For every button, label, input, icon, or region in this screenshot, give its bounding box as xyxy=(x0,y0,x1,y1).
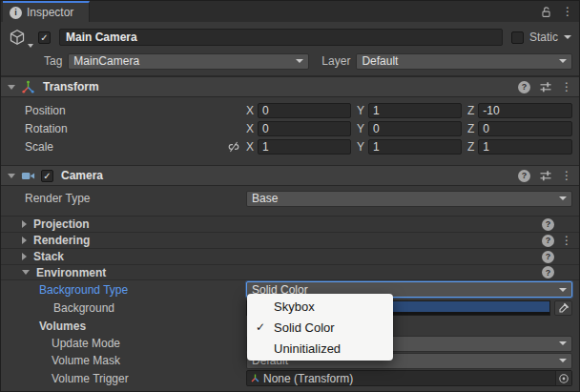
transform-title: Transform xyxy=(43,80,99,93)
presets-icon[interactable] xyxy=(539,169,552,182)
dropdown-arrow-icon xyxy=(559,196,567,200)
help-icon[interactable] xyxy=(518,170,530,182)
foldout-closed-icon[interactable] xyxy=(22,220,27,228)
help-icon[interactable] xyxy=(542,218,554,231)
foldout-open-icon[interactable] xyxy=(8,85,15,90)
object-picker-button[interactable] xyxy=(555,371,571,385)
position-y-field[interactable]: 1 xyxy=(368,103,462,118)
transform-icon xyxy=(250,373,260,383)
kebab-menu-icon[interactable] xyxy=(562,6,571,17)
rotation-z-field[interactable]: 0 xyxy=(478,121,572,136)
transform-header[interactable]: Transform xyxy=(1,76,579,97)
position-z-field[interactable]: -10 xyxy=(478,103,572,118)
volume-mask-label: Volume Mask xyxy=(25,354,246,367)
transform-icon xyxy=(21,80,35,94)
constrain-proportions-icon[interactable] xyxy=(227,140,240,154)
foldout-projection[interactable]: Projection xyxy=(1,216,579,232)
kebab-menu-icon[interactable] xyxy=(561,235,570,246)
scale-y-field[interactable]: 1 xyxy=(368,139,462,155)
kebab-menu-icon[interactable] xyxy=(561,170,570,181)
gameobject-icon[interactable] xyxy=(9,28,31,47)
inspector-window: Inspector Main Camera xyxy=(0,0,580,392)
dropdown-arrow-icon xyxy=(559,59,567,63)
layer-dropdown[interactable]: Default xyxy=(356,53,572,70)
object-picker-icon xyxy=(558,373,570,384)
render-type-label: Render Type xyxy=(25,192,246,205)
foldout-closed-icon[interactable] xyxy=(22,237,27,244)
volume-trigger-value: None (Transform) xyxy=(263,372,353,385)
camera-title: Camera xyxy=(61,169,103,182)
layer-label: Layer xyxy=(321,54,350,68)
volume-trigger-object-field[interactable]: None (Transform) xyxy=(246,370,572,386)
presets-icon[interactable] xyxy=(539,80,552,93)
render-type-value: Base xyxy=(252,192,278,205)
dropdown-arrow-icon xyxy=(296,59,303,63)
kebab-menu-icon[interactable] xyxy=(561,81,570,93)
camera-header[interactable]: Camera xyxy=(1,165,579,186)
static-label: Static xyxy=(529,31,558,44)
foldout-open-icon[interactable] xyxy=(22,270,30,275)
layer-value: Default xyxy=(362,54,398,68)
menu-item-solid-color[interactable]: ✓ Solid Color xyxy=(247,317,393,338)
gameobject-name-field[interactable]: Main Camera xyxy=(59,29,503,46)
stack-label: Stack xyxy=(33,250,64,263)
help-icon[interactable] xyxy=(542,235,554,247)
gameobject-options-arrow-icon[interactable] xyxy=(28,44,33,48)
foldout-environment[interactable]: Environment xyxy=(1,264,579,280)
projection-label: Projection xyxy=(33,217,90,231)
foldout-open-icon[interactable] xyxy=(8,174,15,178)
static-checkbox[interactable] xyxy=(511,31,524,44)
eyedropper-button[interactable] xyxy=(554,300,572,316)
scale-x-field[interactable]: 1 xyxy=(258,139,351,155)
dropdown-arrow-icon xyxy=(559,359,567,362)
tab-bar: Inspector xyxy=(1,1,579,22)
position-x-field[interactable]: 0 xyxy=(258,103,351,118)
help-icon[interactable] xyxy=(518,81,530,93)
menu-item-label: Uninitialized xyxy=(274,341,341,356)
axis-z-label: Z xyxy=(467,140,474,154)
scale-label: Scale xyxy=(25,140,227,154)
update-mode-label: Update Mode xyxy=(25,337,246,350)
axis-z-label: Z xyxy=(467,104,474,117)
axis-x-label: X xyxy=(246,104,254,117)
background-type-menu: Skybox ✓ Solid Color Uninitialized xyxy=(247,294,393,361)
gameobject-active-checkbox[interactable] xyxy=(38,31,51,44)
menu-item-skybox[interactable]: Skybox xyxy=(247,296,393,317)
axis-z-label: Z xyxy=(467,122,474,135)
position-label: Position xyxy=(25,104,227,117)
rotation-row: Rotation X 0 Y 0 Z 0 xyxy=(25,119,572,137)
render-type-dropdown[interactable]: Base xyxy=(246,191,572,207)
foldout-closed-icon[interactable] xyxy=(22,253,27,260)
foldout-stack[interactable]: Stack xyxy=(1,248,579,264)
menu-item-uninitialized[interactable]: Uninitialized xyxy=(247,338,393,359)
gameobject-header: Main Camera Static Tag MainCamera Layer … xyxy=(1,22,579,76)
position-row: Position X 0 Y 1 Z -10 xyxy=(25,101,572,119)
help-icon[interactable] xyxy=(542,266,554,279)
lock-icon[interactable] xyxy=(540,6,552,18)
axis-x-label: X xyxy=(246,122,254,135)
volumes-label: Volumes xyxy=(25,320,246,333)
axis-y-label: Y xyxy=(357,122,364,135)
static-dropdown-arrow-icon[interactable] xyxy=(564,35,571,39)
rendering-label: Rendering xyxy=(33,234,90,247)
eyedropper-icon xyxy=(558,302,570,314)
foldout-rendering[interactable]: Rendering xyxy=(1,232,579,248)
axis-x-label: X xyxy=(246,140,254,154)
tab-inspector[interactable]: Inspector xyxy=(3,1,90,22)
scale-z-field[interactable]: 1 xyxy=(478,139,572,155)
rotation-x-field[interactable]: 0 xyxy=(258,121,351,136)
rotation-y-field[interactable]: 0 xyxy=(368,121,462,136)
camera-enabled-checkbox[interactable] xyxy=(41,170,53,182)
menu-check-icon: ✓ xyxy=(247,320,274,334)
dropdown-arrow-icon xyxy=(559,288,567,292)
environment-label: Environment xyxy=(36,266,106,279)
transform-body: Position X 0 Y 1 Z -10 Rotation X 0 Y 0 … xyxy=(1,97,579,159)
help-icon[interactable] xyxy=(542,251,554,263)
axis-y-label: Y xyxy=(357,140,364,154)
info-icon xyxy=(10,7,22,19)
scale-row: Scale X 1 Y 1 Z 1 xyxy=(25,137,572,155)
menu-item-label: Solid Color xyxy=(274,320,335,335)
tag-dropdown[interactable]: MainCamera xyxy=(68,53,309,70)
menu-item-label: Skybox xyxy=(274,299,315,314)
tab-title: Inspector xyxy=(27,6,73,19)
